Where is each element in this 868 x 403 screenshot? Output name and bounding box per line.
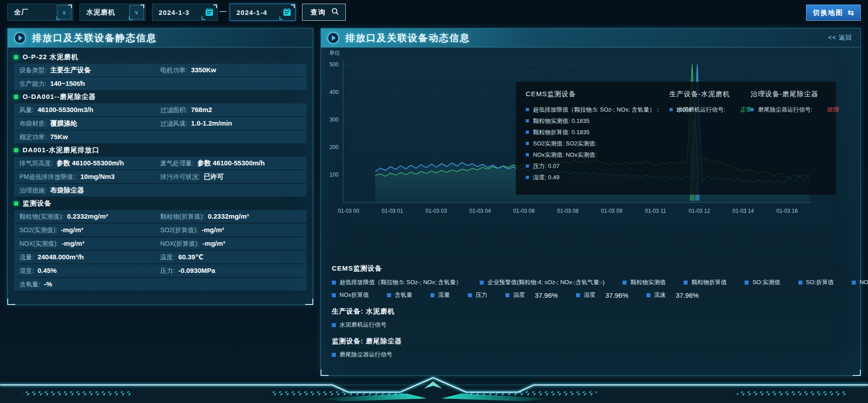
legend-label: 湿度	[584, 291, 595, 299]
tooltip-column: 生产设备-水泥磨机水泥磨机运行信号:正常	[670, 90, 740, 187]
field-label: 湿度:	[19, 267, 34, 275]
static-info-body: O-P-22 水泥磨机设备类型:主要生产设备电机功率:3350Kw生产能力:14…	[8, 47, 313, 295]
info-cell: NOX(折算值):-mg/m³	[160, 239, 302, 248]
start-date-input[interactable]: 2024-1-3	[152, 4, 218, 21]
calendar-icon[interactable]	[203, 5, 216, 19]
legend-square-icon	[526, 164, 529, 168]
legend-item[interactable]: 水泥磨机运行信号	[332, 321, 852, 329]
field-label: 流量:	[19, 253, 34, 262]
plant-select[interactable]: 全厂 ∨	[7, 4, 73, 21]
field-label: 治理措施:	[19, 187, 47, 195]
field-value: 24048.000m³/h	[38, 253, 84, 261]
legend-item[interactable]: 企业预警值(颗粒物:4; sOz-; NOx-;含氧气量:-)	[480, 278, 604, 286]
chevron-down-icon[interactable]: ∨	[129, 5, 144, 19]
legend-item[interactable]: 流速37.96%	[646, 291, 699, 299]
back-link[interactable]: << 返回	[828, 34, 852, 42]
field-value: 75Kw	[50, 133, 68, 141]
legend-item[interactable]: 磨尾除尘器运行信号	[332, 351, 852, 359]
legend-item[interactable]: 湿度37.96%	[576, 291, 628, 299]
field-label: PM超低排排放限值::	[19, 173, 77, 181]
legend-item[interactable]: NOx折算值	[332, 291, 369, 299]
section-heading: O-P-22 水泥磨机	[14, 51, 307, 63]
search-button[interactable]: 查询	[302, 4, 346, 21]
legend-label: SO:折算值	[806, 278, 834, 286]
field-label: 设备类型:	[19, 66, 47, 75]
legend-value: 37.96%	[535, 291, 558, 299]
tooltip-item-text: SO2实测值: SO2实测值:	[533, 138, 597, 149]
info-row: PM超低排排放限值::10mg/Nm3排污许可状况:已许可	[14, 170, 307, 183]
legend-square-icon	[332, 281, 336, 285]
calendar-icon[interactable]	[280, 5, 294, 19]
legend-label: NOx实测值	[859, 278, 868, 286]
legend-label: 磨尾除尘器运行信号	[340, 351, 392, 359]
info-cell: 布袋材质:覆膜涤纶	[19, 119, 160, 128]
legend-block: CEMS监测设备 超低排放限值（颗拉物:5: SOz-; NOx; 含氧量）企业…	[332, 264, 852, 361]
tooltip-item-text: 磨尾除尘器运行信号:	[758, 104, 812, 115]
field-label: NOX(实测值):	[19, 240, 58, 248]
info-cell: 治理措施:布袋除尘器	[19, 186, 160, 195]
info-row: 颗粒物(实测值):0.2332mg/m³颗粒物(折算值):0.2332mg/m³	[14, 210, 307, 223]
legend-square-icon	[480, 281, 484, 285]
end-date-input[interactable]: 2024-1-4	[230, 4, 296, 21]
chevron-down-icon[interactable]: ∨	[57, 5, 71, 19]
legend-rows: 超低排放限值（颗拉物:5: SOz-; NOx; 含氧量）企业预警值(颗粒物:4…	[332, 278, 852, 299]
legend-square-icon	[332, 323, 336, 327]
field-label: 颗粒物(实测值):	[19, 213, 63, 221]
info-cell: 流量:24048.000m³/h	[19, 253, 160, 262]
field-label: SO2(折算值):	[160, 226, 198, 234]
device-select[interactable]: 水泥磨机 ∨	[80, 4, 146, 21]
field-label: 排气筒高度:	[19, 159, 53, 168]
svg-text:01-03 11: 01-03 11	[645, 208, 666, 214]
field-value: 60.39℃	[178, 253, 203, 261]
tooltip-item-text: 水泥磨机运行信号:	[677, 104, 726, 115]
field-value: -mg/m³	[202, 226, 224, 234]
legend-item[interactable]: 温度37.96%	[505, 291, 558, 299]
field-value: -mg/m³	[61, 226, 83, 234]
legend-label: 流量	[438, 291, 450, 299]
tooltip-column: CEMS监测设备超低排放限值（颗拉物:5: SOz-; NOx; 含氧量）：10…	[526, 90, 659, 187]
info-cell: SO2(实测值):-mg/m³	[19, 226, 160, 234]
legend-item[interactable]: 颗粒物实测值	[623, 278, 665, 286]
search-icon	[331, 7, 339, 17]
info-cell: 颗粒物(折算值):0.2332mg/m³	[160, 212, 302, 221]
legend-item[interactable]: 超低排放限值（颗拉物:5: SOz-; NOx; 含氧量）	[332, 278, 462, 286]
tooltip-item: 超低排放限值（颗拉物:5: SOz-; NOx; 含氧量）：100%	[526, 104, 659, 115]
info-cell: 颗粒物(实测值):0.2332mg/m³	[19, 212, 160, 221]
legend-square-icon	[684, 281, 688, 285]
legend-square-icon	[646, 293, 651, 297]
corner-bracket	[853, 370, 861, 376]
info-row: SO2(实测值):-mg/m³SO2(折算值):-mg/m³	[14, 224, 307, 236]
svg-text:500: 500	[330, 61, 339, 68]
legend-square-icon	[750, 108, 754, 111]
switch-map-button[interactable]: 切换地图 ⇆	[806, 5, 861, 21]
end-date-value: 2024-1-4	[230, 9, 280, 16]
section-heading: 监测设备	[14, 197, 307, 209]
tooltip-item-text: 压力: 0.07	[533, 160, 560, 172]
static-info-title: 排放口及关联设备静态信息	[32, 32, 157, 44]
svg-text:300: 300	[330, 117, 339, 123]
legend-square-icon	[745, 281, 749, 285]
legend-square-icon	[387, 293, 391, 297]
tooltip-item: 颗粒物折算值: 0.1835	[526, 127, 659, 138]
section-heading-label: 监测设备	[23, 199, 52, 208]
tooltip-column-title: 治理设备-磨尾除尘器	[750, 90, 826, 98]
section-heading-label: O-P-22 水泥磨机	[23, 53, 79, 61]
legend-item[interactable]: SO:实测值	[745, 278, 780, 286]
legend-item[interactable]: NOx实测值	[852, 278, 868, 286]
legend-row: 超低排放限值（颗拉物:5: SOz-; NOx; 含氧量）企业预警值(颗粒物:4…	[332, 278, 852, 286]
svg-text:01-03 12: 01-03 12	[689, 208, 710, 214]
tooltip-item-text: NOx实测值: NOx实测值:	[533, 149, 597, 160]
tooltip-item-text: 颗粒物实测值: 0.1835	[533, 115, 590, 127]
field-value: -mg/m³	[203, 239, 225, 247]
info-cell: NOX(实测值):-mg/m³	[19, 239, 160, 248]
section-heading: O-DA001--磨尾除尘器	[14, 91, 307, 103]
legend-item[interactable]: 含氧量	[387, 291, 412, 299]
swap-arrows-icon: ⇆	[848, 8, 854, 18]
legend-item[interactable]: 流量	[430, 291, 450, 299]
field-label: 颗粒物(折算值):	[160, 213, 204, 221]
legend-item[interactable]: SO:折算值	[798, 278, 834, 286]
start-date-value: 2024-1-3	[152, 9, 203, 16]
legend-square-icon	[526, 153, 529, 156]
legend-item[interactable]: 压力	[468, 291, 487, 299]
legend-item[interactable]: 颗粒物折算值	[684, 278, 726, 286]
